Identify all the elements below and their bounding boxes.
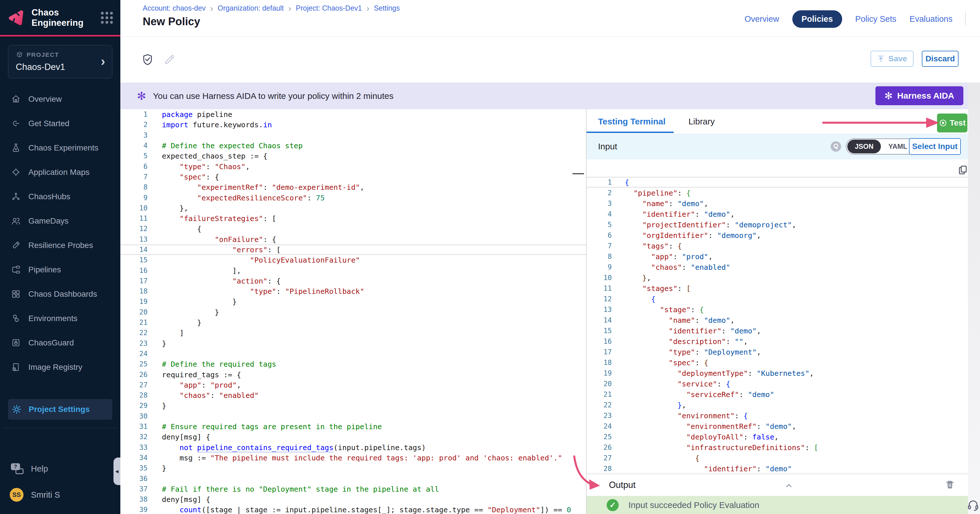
- policy-code-line: 37# Fail if there is no "Deployment" sta…: [120, 484, 586, 494]
- policy-code-line: 22 ]: [120, 328, 586, 338]
- line-number: 12: [587, 295, 612, 303]
- output-section-header: Output: [587, 474, 968, 496]
- sidebar-item-environments[interactable]: Environments: [0, 306, 120, 331]
- help-chat-icon: ?: [11, 463, 24, 474]
- project-selector[interactable]: PROJECT Chaos-Dev1 ›: [8, 45, 112, 78]
- policy-code-line: 7 "spec": {: [120, 172, 586, 182]
- line-number: 20: [587, 380, 612, 388]
- line-number: 32: [120, 433, 148, 441]
- sidebar-item-chaosguard[interactable]: ChaosGuard: [0, 331, 120, 355]
- discard-button[interactable]: Discard: [922, 51, 959, 67]
- target-icon: [11, 167, 21, 177]
- copy-icon[interactable]: [957, 165, 968, 175]
- policy-code-line: 36: [120, 473, 586, 484]
- policy-code-line: 27 "app": "prod",: [120, 380, 586, 390]
- policy-code-line: 11 "failureStrategies": [: [120, 213, 586, 224]
- sidebar-item-application-maps[interactable]: Application Maps: [0, 160, 120, 184]
- line-number: 15: [587, 327, 612, 335]
- tab-testing-terminal[interactable]: Testing Terminal: [598, 117, 666, 126]
- line-number: 28: [587, 465, 612, 473]
- gear-icon: [11, 404, 22, 415]
- line-number: 13: [587, 306, 612, 313]
- help-button[interactable]: ? Help: [11, 463, 48, 474]
- input-code-line: 5 "projectIdentifier": "demoproject",: [587, 219, 968, 230]
- tab-library[interactable]: Library: [689, 117, 715, 126]
- sidebar-item-chaoshubs[interactable]: ChaosHubs: [0, 184, 120, 209]
- input-code-line: 3 "name": "demo",: [587, 198, 968, 209]
- user-menu[interactable]: SS Smriti S: [10, 488, 60, 502]
- sidebar-item-image-registry[interactable]: Image Registry: [0, 355, 120, 379]
- sidebar-collapse-handle[interactable]: ◀: [113, 458, 120, 485]
- format-option-json[interactable]: JSON: [847, 140, 881, 153]
- sidebar-item-chaos-experiments[interactable]: Chaos Experiments: [0, 135, 120, 160]
- input-code-line: 28 "identifier": "demo": [587, 463, 968, 474]
- testing-panel: Testing TerminalLibrary Test Input JSONY…: [587, 109, 968, 514]
- sidebar-item-label: Project Settings: [29, 405, 90, 414]
- input-code-line: 22 },: [587, 399, 968, 410]
- line-number: 17: [120, 277, 148, 285]
- tab-overview[interactable]: Overview: [745, 14, 779, 24]
- policy-code-line: 34 msg := "The pipeline must include the…: [120, 453, 586, 463]
- line-number: 37: [120, 485, 148, 493]
- sidebar-item-project-settings[interactable]: Project Settings: [8, 399, 112, 420]
- breadcrumb-link[interactable]: Settings: [374, 4, 400, 12]
- sidebar-item-label: Chaos Dashboards: [29, 290, 97, 299]
- flask-icon: [11, 143, 21, 153]
- input-code-line: 1{: [587, 177, 968, 188]
- input-code-line: 4 "identifier": "demo",: [587, 209, 968, 219]
- support-headset-icon[interactable]: [967, 499, 979, 511]
- line-number: 18: [587, 359, 612, 367]
- breadcrumb-link[interactable]: Project: Chaos-Dev1: [296, 4, 362, 12]
- policy-code-line: 4# Define the expected Chaos step: [120, 140, 586, 151]
- line-number: 21: [120, 318, 148, 326]
- module-switcher-icon[interactable]: [101, 12, 113, 24]
- line-number: 3: [120, 131, 148, 139]
- line-number: 31: [120, 423, 148, 431]
- save-button[interactable]: Save: [870, 51, 913, 67]
- line-number: 7: [120, 173, 148, 181]
- header-divider: [965, 11, 966, 25]
- format-icon[interactable]: [831, 141, 841, 152]
- sidebar-item-label: Pipelines: [29, 265, 61, 274]
- input-code-line: 16 "description": "",: [587, 336, 968, 347]
- test-button[interactable]: Test: [937, 113, 967, 132]
- tab-policies[interactable]: Policies: [792, 10, 842, 28]
- line-number: 20: [120, 308, 148, 316]
- policy-code-editor[interactable]: 1package pipeline2import future.keywords…: [120, 109, 587, 514]
- breadcrumb-link[interactable]: Organization: default: [218, 4, 284, 12]
- sidebar-item-chaos-dashboards[interactable]: Chaos Dashboards: [0, 282, 120, 306]
- policy-code-line: 9 "expectedResilienceScore": 75: [120, 193, 586, 203]
- harness-aida-button[interactable]: ✻ Harness AIDA: [875, 86, 963, 105]
- sidebar-item-pipelines[interactable]: Pipelines: [0, 258, 120, 282]
- home-icon: [11, 94, 21, 104]
- sidebar-item-label: GameDays: [29, 216, 68, 226]
- breadcrumb-link[interactable]: Account: chaos-dev: [143, 4, 206, 12]
- policy-code-line: 38deny[msg] {: [120, 494, 586, 504]
- trash-icon[interactable]: [945, 479, 955, 490]
- policy-code-line: 8 "experimentRef": "demo-experiment-id",: [120, 182, 586, 193]
- shield-check-icon[interactable]: [141, 53, 154, 66]
- sidebar-item-get-started[interactable]: Get Started: [0, 111, 120, 135]
- policy-code-line: 31# Ensure required tags are present in …: [120, 422, 586, 432]
- sidebar-item-label: Resilience Probes: [29, 241, 93, 250]
- tab-evaluations[interactable]: Evaluations: [910, 14, 953, 24]
- edit-pencil-icon[interactable]: [163, 53, 176, 66]
- breadcrumb-separator: ›: [288, 5, 291, 12]
- policy-toolbar: Save Discard: [120, 37, 980, 83]
- sidebar-item-overview[interactable]: Overview: [0, 87, 120, 111]
- policy-code-line: 32deny[msg] {: [120, 432, 586, 442]
- breadcrumb-separator: ›: [210, 5, 213, 12]
- sidebar-item-label: Environments: [29, 314, 77, 323]
- line-number: 6: [587, 231, 612, 239]
- policy-code-line: 19 }: [120, 296, 586, 307]
- chevron-up-icon[interactable]: [784, 481, 794, 491]
- line-number: 17: [587, 348, 612, 356]
- select-input-button[interactable]: Select Input: [909, 138, 961, 155]
- sidebar-item-resilience-probes[interactable]: Resilience Probes: [0, 233, 120, 258]
- sidebar-item-gamedays[interactable]: GameDays: [0, 209, 120, 233]
- line-number: 19: [587, 369, 612, 377]
- input-json-editor[interactable]: 1{2 "pipeline": {3 "name": "demo",4 "ide…: [587, 159, 968, 474]
- tab-policy-sets[interactable]: Policy Sets: [855, 14, 896, 24]
- input-code-line: 20 "service": {: [587, 379, 968, 389]
- shield-lock-icon: [11, 338, 21, 348]
